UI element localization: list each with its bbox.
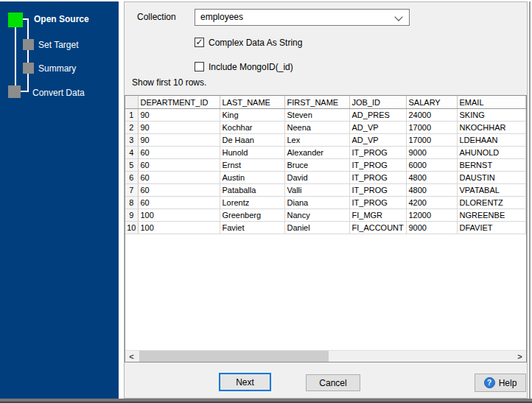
- data-cell: 9000: [406, 147, 457, 159]
- table-body: 190KingStevenAD_PRES24000SKING290Kochhar…: [125, 109, 526, 234]
- table-row[interactable]: 560ErnstBruceIT_PROG6000BERNST: [125, 159, 526, 172]
- table-row[interactable]: 10100FavietDanielFI_ACCOUNT9000DFAVIET: [125, 222, 526, 234]
- horizontal-scrollbar[interactable]: < >: [125, 350, 526, 362]
- row-number-cell: 6: [125, 172, 138, 184]
- data-cell: 60: [138, 159, 220, 172]
- data-cell: 90: [138, 134, 220, 147]
- data-cell: Bruce: [284, 159, 349, 172]
- data-cell: NKOCHHAR: [457, 122, 526, 134]
- data-cell: 4200: [406, 197, 457, 209]
- data-cell: IT_PROG: [349, 159, 406, 172]
- data-cell: Hunold: [220, 147, 284, 159]
- collection-dropdown[interactable]: employees: [195, 9, 410, 26]
- column-header-salary[interactable]: SALARY: [406, 96, 457, 109]
- column-header-job_id[interactable]: JOB_ID: [349, 96, 406, 109]
- data-cell: FI_ACCOUNT: [349, 222, 406, 234]
- data-cell: Faviet: [220, 222, 284, 234]
- preview-note: Show first 10 rows.: [132, 77, 206, 88]
- row-number-cell: 9: [125, 209, 138, 222]
- table-row[interactable]: 290KochharNeenaAD_VP17000NKOCHHAR: [125, 122, 526, 134]
- sidebar-step-open-source: Open Source: [34, 14, 89, 24]
- data-cell: Greenberg: [220, 209, 284, 222]
- help-question-icon: ?: [484, 377, 495, 388]
- data-cell: 24000: [406, 109, 457, 122]
- window-bottom-edge: [0, 399, 532, 403]
- table-row[interactable]: 190KingStevenAD_PRES24000SKING: [125, 109, 526, 122]
- collection-dropdown-value: employees: [200, 12, 243, 22]
- data-cell: DAUSTIN: [457, 172, 526, 184]
- data-cell: 100: [138, 222, 220, 234]
- table-row[interactable]: 9100GreenbergNancyFI_MGR12000NGREENBE: [125, 209, 526, 222]
- column-header-department_id[interactable]: DEPARTMENT_ID: [138, 96, 220, 109]
- complex-data-checkbox-label: Complex Data As String: [209, 38, 302, 48]
- row-number-cell: 5: [125, 159, 138, 172]
- data-cell: 6000: [406, 159, 457, 172]
- corner-header-cell: [125, 96, 138, 109]
- cancel-button[interactable]: Cancel: [306, 374, 360, 391]
- sidebar-step-convert-data: Convert Data: [32, 88, 85, 98]
- scroll-right-icon[interactable]: >: [514, 351, 525, 362]
- data-cell: IT_PROG: [349, 147, 406, 159]
- table-row[interactable]: 860LorentzDianaIT_PROG4200DLORENTZ: [125, 197, 526, 209]
- data-cell: DLORENTZ: [457, 197, 526, 209]
- scrollbar-thumb[interactable]: [139, 351, 329, 362]
- row-number-cell: 1: [125, 109, 138, 122]
- table-row[interactable]: 760PataballaValliIT_PROG4800VPATABAL: [125, 184, 526, 197]
- mongoid-checkbox[interactable]: ✓: [195, 62, 204, 71]
- data-cell: Valli: [284, 184, 349, 197]
- data-cell: FI_MGR: [349, 209, 406, 222]
- data-cell: VPATABAL: [457, 184, 526, 197]
- data-cell: 4800: [406, 184, 457, 197]
- row-number-cell: 3: [125, 134, 138, 147]
- row-number-cell: 2: [125, 122, 138, 134]
- column-header-last_name[interactable]: LAST_NAME: [220, 96, 284, 109]
- table-row[interactable]: 390De HaanLexAD_VP17000LDEHAAN: [125, 134, 526, 147]
- step-indicator-set-target-icon: [23, 39, 34, 50]
- next-button[interactable]: Next: [219, 373, 271, 391]
- tree-connector-line: [21, 91, 29, 92]
- preview-grid: DEPARTMENT_IDLAST_NAMEFIRST_NAMEJOB_IDSA…: [125, 95, 527, 362]
- step-indicator-summary-icon: [23, 63, 34, 74]
- preview-table: DEPARTMENT_IDLAST_NAMEFIRST_NAMEJOB_IDSA…: [125, 96, 526, 234]
- window-right-edge: [529, 1, 531, 399]
- table-row[interactable]: 660AustinDavidIT_PROG4800DAUSTIN: [125, 172, 526, 184]
- data-cell: 4800: [406, 172, 457, 184]
- data-cell: Nancy: [284, 209, 349, 222]
- mongoid-checkbox-row: ✓ Include MongoID(_id): [195, 61, 293, 72]
- data-cell: NGREENBE: [457, 209, 526, 222]
- data-cell: Austin: [220, 172, 284, 184]
- step-indicator-convert-data-icon: [8, 85, 21, 98]
- checkmark-icon: ✓: [195, 38, 203, 46]
- data-cell: 60: [138, 147, 220, 159]
- chevron-down-icon: [394, 13, 402, 21]
- row-number-cell: 7: [125, 184, 138, 197]
- column-header-first_name[interactable]: FIRST_NAME: [284, 96, 349, 109]
- data-cell: Alexander: [284, 147, 349, 159]
- mongoid-checkbox-label: Include MongoID(_id): [209, 62, 293, 72]
- column-header-email[interactable]: EMAIL: [457, 96, 526, 109]
- data-cell: David: [284, 172, 349, 184]
- scroll-left-icon[interactable]: <: [126, 351, 137, 362]
- data-cell: Steven: [284, 109, 349, 122]
- data-cell: Diana: [284, 197, 349, 209]
- data-cell: IT_PROG: [349, 172, 406, 184]
- data-cell: Neena: [284, 122, 349, 134]
- wizard-window: Open Source Set Target Summary Convert D…: [0, 0, 532, 403]
- data-cell: De Haan: [220, 134, 284, 147]
- help-button[interactable]: ? Help: [475, 374, 526, 392]
- main-panel: Collection employees ✓ Complex Data As S…: [124, 1, 528, 399]
- data-cell: 17000: [406, 134, 457, 147]
- complex-data-checkbox[interactable]: ✓: [195, 38, 204, 47]
- table-row[interactable]: 460HunoldAlexanderIT_PROG9000AHUNOLD: [125, 147, 526, 159]
- data-cell: AD_VP: [349, 122, 406, 134]
- wizard-steps-sidebar: Open Source Set Target Summary Convert D…: [0, 1, 119, 399]
- table-header-row: DEPARTMENT_IDLAST_NAMEFIRST_NAMEJOB_IDSA…: [125, 96, 526, 109]
- data-cell: Lorentz: [220, 197, 284, 209]
- data-cell: 60: [138, 184, 220, 197]
- tree-connector-line: [15, 27, 16, 86]
- sidebar-step-set-target: Set Target: [38, 40, 78, 50]
- data-cell: BERNST: [457, 159, 526, 172]
- step-indicator-open-source-icon: [8, 13, 23, 27]
- sidebar-step-summary: Summary: [38, 63, 76, 74]
- help-button-label: Help: [499, 378, 517, 388]
